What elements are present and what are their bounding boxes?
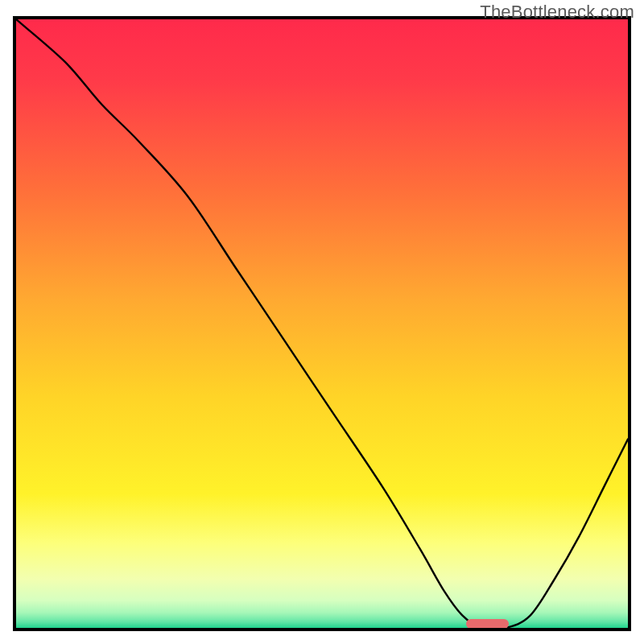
chart-svg — [16, 19, 628, 628]
plot-area — [16, 19, 628, 628]
optimal-range-marker-icon — [466, 619, 509, 629]
chart-frame — [13, 16, 631, 631]
watermark-text: TheBottleneck.com — [480, 2, 634, 23]
